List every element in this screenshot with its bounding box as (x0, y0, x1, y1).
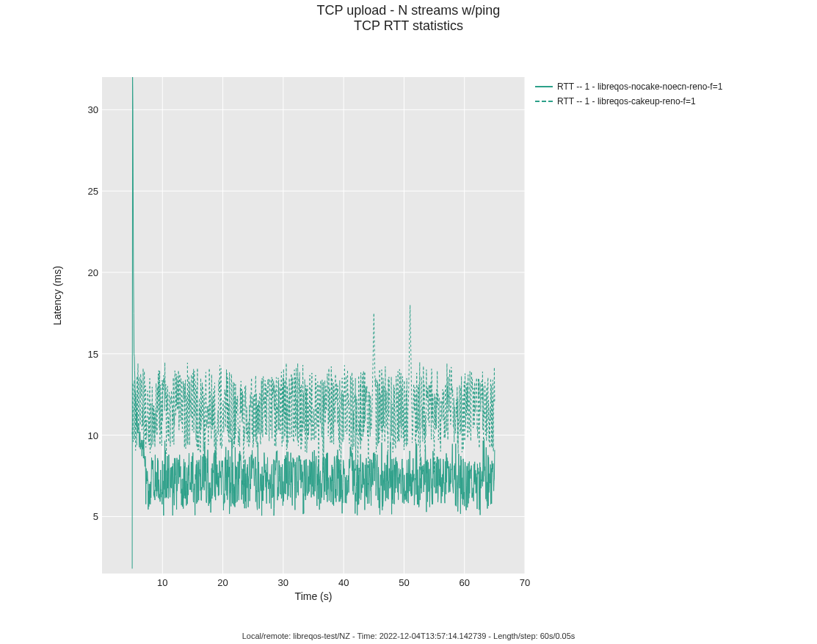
legend-label-2: RTT -- 1 - libreqos-cakeup-reno-f=1 (557, 96, 696, 106)
y-tick: 30 (81, 104, 98, 115)
plot-area (102, 77, 525, 574)
y-tick: 5 (81, 511, 98, 522)
chart-subtitle: TCP RTT statistics (0, 18, 817, 34)
footer-text: Local/remote: libreqos-test/NZ - Time: 2… (0, 632, 817, 640)
x-tick: 60 (459, 577, 469, 588)
chart-title: TCP upload - N streams w/ping (0, 3, 817, 18)
x-tick: 30 (278, 577, 288, 588)
y-tick: 10 (81, 430, 98, 441)
legend-item-1: RTT -- 1 - libreqos-nocake-noecn-reno-f=… (535, 79, 722, 94)
x-tick: 70 (520, 577, 530, 588)
legend: RTT -- 1 - libreqos-nocake-noecn-reno-f=… (535, 79, 722, 109)
x-tick: 10 (157, 577, 167, 588)
series-dashed (132, 305, 495, 474)
legend-swatch-solid-icon (535, 86, 553, 87)
y-tick: 25 (81, 186, 98, 197)
y-axis-label: Latency (ms) (51, 266, 63, 325)
y-tick: 20 (81, 267, 98, 278)
y-tick: 15 (81, 348, 98, 359)
series-solid (132, 77, 495, 568)
legend-swatch-dashed-icon (535, 101, 553, 102)
legend-label-1: RTT -- 1 - libreqos-nocake-noecn-reno-f=… (557, 82, 722, 92)
chart-svg (102, 77, 525, 574)
x-tick: 40 (338, 577, 349, 588)
x-tick: 20 (217, 577, 228, 588)
x-tick: 50 (399, 577, 409, 588)
x-axis-label: Time (s) (102, 590, 525, 602)
legend-item-2: RTT -- 1 - libreqos-cakeup-reno-f=1 (535, 94, 722, 109)
